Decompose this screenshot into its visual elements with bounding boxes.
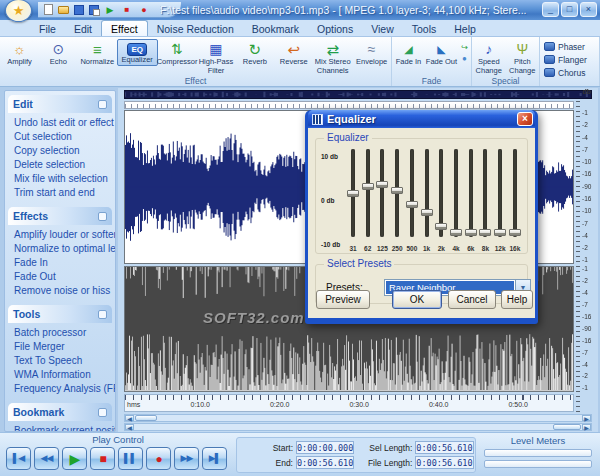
menu-tab[interactable]: Tools [403, 21, 446, 36]
sidebar-item[interactable]: Remove noise or hiss [14, 284, 113, 298]
menu-tab[interactable]: Bookmark [243, 21, 308, 36]
end-field[interactable]: 0:00:56.610 [296, 456, 354, 469]
slider-thumb[interactable] [391, 187, 403, 194]
slider-thumb[interactable] [435, 223, 447, 230]
sidebar-section-edit[interactable]: Edit [8, 95, 112, 113]
skip-end-button[interactable]: ▶▌ [202, 447, 227, 470]
scroll-left-icon[interactable]: ◀ [125, 415, 134, 421]
pitch-change-button[interactable]: Ψ Pitch Change [506, 39, 540, 75]
collapse-icon[interactable] [98, 408, 107, 417]
sidebar-item[interactable]: Frequency Analysis (FFT) [14, 382, 113, 396]
slider-track[interactable] [380, 149, 384, 237]
scroll-right-icon[interactable]: ▶ [582, 415, 591, 421]
app-menu-button[interactable]: ★ [5, 0, 32, 22]
sidebar-item[interactable]: Amplify louder or softer [14, 228, 113, 242]
quick-play-icon[interactable]: ▶ [104, 4, 116, 16]
dialog-title-bar[interactable]: Equalizer × [308, 110, 535, 128]
play-button[interactable]: ▶ [62, 447, 87, 470]
collapse-icon[interactable] [98, 212, 107, 221]
time-ruler[interactable]: hms 0:10.00:20.00:30.00:40.00:50.0 [124, 394, 574, 412]
sidebar-item[interactable]: Fade In [14, 256, 113, 270]
scrollbar-thumb[interactable] [135, 415, 157, 421]
sidebar-item[interactable]: Delete selection [14, 158, 113, 172]
equalizer-button[interactable]: EQ Equalizer [117, 39, 158, 66]
slider-track[interactable] [425, 149, 429, 237]
slider-thumb[interactable] [479, 229, 491, 236]
compressor-button[interactable]: ⇅ Compressor [158, 39, 197, 67]
reverse-button[interactable]: ↩ Reverse [274, 39, 313, 67]
sidebar-item[interactable]: Bookmark current position [14, 424, 113, 432]
file-length-field[interactable]: 0:00:56.610 [415, 456, 473, 469]
slider-thumb[interactable] [362, 183, 374, 190]
zoom-scrollbar[interactable]: ◀ ▶ [124, 423, 592, 431]
quick-stop-icon[interactable]: ■ [121, 4, 133, 16]
amplify-button[interactable]: ☼ Amplify [0, 39, 39, 67]
minimize-button[interactable]: _ [542, 2, 559, 17]
sidebar-section-tools[interactable]: Tools [8, 305, 112, 323]
menu-tab[interactable]: Options [308, 21, 362, 36]
slider-track[interactable] [454, 149, 458, 237]
mix-stereo-channels-button[interactable]: ⇄ Mix Stereo Channels [313, 39, 352, 75]
close-button[interactable]: × [580, 2, 597, 17]
fast-forward-button[interactable]: ▶▶ [174, 447, 199, 470]
open-folder-icon[interactable] [58, 6, 69, 14]
menu-tab[interactable]: File [30, 21, 65, 36]
sidebar-item[interactable]: Text To Speech [14, 354, 113, 368]
echo-button[interactable]: ⊙ Echo [39, 39, 78, 67]
selection-ruler[interactable] [124, 101, 574, 109]
ok-button[interactable]: OK [392, 290, 442, 309]
reverb-button[interactable]: ↻ Reverb [235, 39, 274, 67]
chorus-button[interactable]: Chorus [544, 66, 597, 79]
sel-length-field[interactable]: 0:00:56.610 [415, 441, 473, 454]
slider-thumb[interactable] [450, 229, 462, 236]
slider-thumb[interactable] [347, 190, 359, 197]
fade-options-icon[interactable]: ● [462, 55, 467, 63]
slider-track[interactable] [498, 149, 502, 237]
horizontal-scrollbar[interactable]: ◀ ▶ [124, 414, 592, 422]
high-pass-filter-button[interactable]: ▦ High-Pass Filter [197, 39, 236, 75]
collapse-icon[interactable] [98, 100, 107, 109]
slider-track[interactable] [483, 149, 487, 237]
menu-tab[interactable]: Noise Reduction [148, 21, 243, 36]
slider-thumb[interactable] [465, 229, 477, 236]
new-file-icon[interactable] [44, 4, 53, 15]
scrollbar-thumb[interactable] [553, 424, 581, 430]
sidebar-item[interactable]: Mix file with selection [14, 172, 113, 186]
preview-button[interactable]: Preview [316, 290, 370, 309]
sidebar-item[interactable]: Trim start and end [14, 186, 113, 200]
sidebar-item[interactable]: Undo last edit or effect [14, 116, 113, 130]
record-button[interactable]: ● [146, 447, 171, 470]
sidebar-item[interactable]: Normalize to optimal level [14, 242, 113, 256]
start-field[interactable]: 0:00:00.000 [296, 441, 354, 454]
menu-tab[interactable]: Help [445, 21, 485, 36]
fade-in-button[interactable]: ◢ Fade In [392, 39, 425, 67]
menu-tab[interactable]: Edit [65, 21, 101, 36]
sidebar-item[interactable]: Batch processor [14, 326, 113, 340]
collapse-icon[interactable] [98, 310, 107, 319]
normalize-button[interactable]: ≡ Normalize [78, 39, 117, 67]
save-as-icon[interactable] [89, 5, 99, 15]
slider-track[interactable] [366, 149, 370, 237]
skip-start-button[interactable]: ▌◀ [6, 447, 31, 470]
slider-thumb[interactable] [406, 201, 418, 208]
sidebar-item[interactable]: File Merger [14, 340, 113, 354]
pause-button[interactable]: ▌▌ [118, 447, 143, 470]
sidebar-section-effects[interactable]: Effects [8, 207, 112, 225]
sidebar-section-bookmark[interactable]: Bookmark [8, 403, 112, 421]
phaser-button[interactable]: Phaser [544, 40, 597, 53]
rewind-button[interactable]: ◀◀ [34, 447, 59, 470]
sidebar-item[interactable]: Cut selection [14, 130, 113, 144]
waveform-overview-bar[interactable] [124, 90, 592, 99]
flanger-button[interactable]: Flanger [544, 53, 597, 66]
envelope-button[interactable]: ≈ Envelope [352, 39, 391, 67]
sidebar-item[interactable]: WMA Information [14, 368, 113, 382]
stop-button[interactable]: ■ [90, 447, 115, 470]
help-button[interactable]: Help [501, 290, 533, 309]
slider-track[interactable] [410, 149, 414, 237]
slider-thumb[interactable] [509, 229, 521, 236]
quick-record-icon[interactable]: ● [138, 4, 150, 16]
slider-thumb[interactable] [421, 209, 433, 216]
maximize-button[interactable]: □ [561, 2, 578, 17]
fade-preset-icon[interactable]: ↪ [461, 44, 468, 52]
slider-track[interactable] [469, 149, 473, 237]
